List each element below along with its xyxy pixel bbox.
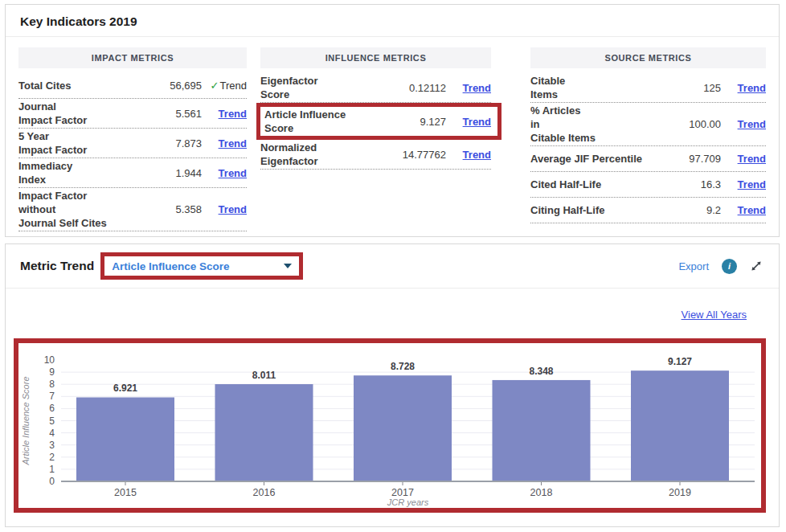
metric-trend-cell: Trend [721,118,766,130]
bar-2019[interactable] [631,370,729,481]
row-average-jif-percentile: Average JIF Percentile 97.709 Trend [530,146,766,172]
metric-value: 5.561 [147,108,202,120]
article-influence-trend-chart: 0123456789106.92120158.01120168.72820178… [18,343,761,508]
x-tick-label: 2017 [391,487,414,498]
y-tick-label: 10 [44,354,55,366]
metric-value: 56,695 [147,80,202,92]
metric-value: 9.2 [666,204,721,216]
metric-select-dropdown[interactable]: Article Influence Score [104,260,299,272]
row-normalized-eigenfactor: Normalized Eigenfactor 14.77762 Trend [260,140,491,170]
x-tick-label: 2015 [114,487,137,498]
row-citable-items: Citable Items 125 Trend [530,73,766,103]
metric-label: Cited Half-Life [530,178,666,191]
metric-value: 97.709 [666,153,721,165]
trend-link[interactable]: Trend [738,82,766,94]
metric-select-value: Article Influence Score [112,260,284,272]
metric-label: Eigenfactor Score [260,74,391,101]
trend-link[interactable]: Trend [738,204,766,216]
x-axis-label: JCR years [387,497,429,507]
trend-link[interactable]: Trend [463,82,491,94]
trend-current-label: Trend [220,80,247,92]
annotation-box-article-influence: Article Influence Score 9.127 Trend [256,103,501,140]
influence-metrics-panel: INFLUENCE METRICS Eigenfactor Score 0.12… [260,47,491,231]
trend-link[interactable]: Trend [463,116,491,128]
x-tick-label: 2019 [669,487,691,498]
row-pct-articles-citable: % Articles in Citable Items 100.00 Trend [530,103,766,146]
metric-label: Citable Items [530,74,666,101]
jcr-key-indicators-page: Key Indicators 2019 IMPACT METRICS Total… [0,0,786,532]
trend-link[interactable]: Trend [219,167,247,179]
bar-2016[interactable] [215,384,313,481]
metric-trend-cell: Trend [721,204,766,216]
metric-value: 5.358 [147,203,202,215]
metric-value: 1.944 [147,167,202,179]
bar-2017[interactable] [354,375,452,481]
metric-label: Total Cites [18,79,147,92]
x-tick-label: 2016 [253,487,276,498]
key-indicators-card: Key Indicators 2019 IMPACT METRICS Total… [5,4,780,237]
trend-link[interactable]: Trend [219,203,247,215]
view-all-years-link[interactable]: View All Years [682,309,747,321]
metric-label: Normalized Eigenfactor [260,141,391,168]
y-tick-label: 4 [49,428,55,439]
source-metrics-header: SOURCE METRICS [530,47,766,68]
y-tick-label: 2 [49,452,55,463]
y-tick-label: 0 [49,476,55,487]
check-icon: ✓ [211,80,219,92]
influence-metrics-header: INFLUENCE METRICS [260,47,491,68]
y-tick-label: 3 [49,440,55,451]
bar-2018[interactable] [493,380,591,481]
row-cited-half-life: Cited Half-Life 16.3 Trend [530,172,766,198]
trend-link[interactable]: Trend [219,137,247,149]
metric-label: Impact Factor without Journal Self Cites [18,189,147,230]
y-tick-label: 5 [49,415,55,427]
y-tick-label: 1 [49,464,55,475]
impact-metrics-panel: IMPACT METRICS Total Cites 56,695 ✓Trend… [18,47,247,231]
metric-label: 5 Year Impact Factor [18,129,147,157]
metric-label: Citing Half-Life [530,203,666,217]
y-tick-label: 9 [49,366,55,378]
y-tick-label: 8 [49,379,55,390]
row-total-cites: Total Cites 56,695 ✓Trend [18,73,247,99]
row-impact-factor-without-self-cites: Impact Factor without Journal Self Cites… [18,188,247,231]
row-citing-half-life: Citing Half-Life 9.2 Trend [530,198,766,223]
bar-value-label: 6.921 [113,383,137,394]
metric-label: Immediacy Index [18,159,147,186]
export-button[interactable]: Export [678,260,709,272]
trend-link[interactable]: Trend [463,149,491,161]
trend-link[interactable]: Trend [219,108,247,120]
metric-trend-cell: Trend [446,149,491,161]
metric-label: % Articles in Citable Items [530,104,666,145]
metric-trend-header: Metric Trend Article Influence Score Exp… [6,244,779,289]
y-tick-label: 7 [49,391,55,402]
metric-value: 16.3 [666,178,721,190]
metric-trend-cell: Trend [446,116,491,128]
y-tick-label: 6 [49,403,55,414]
metric-label: Average JIF Percentile [530,152,666,166]
row-5-year-impact-factor: 5 Year Impact Factor 7.873 Trend [18,129,247,158]
metric-trend-cell: ✓Trend [202,80,247,92]
metric-trend-cell: Trend [721,153,766,165]
trend-link[interactable]: Trend [738,153,766,165]
bar-2015[interactable] [76,397,174,481]
trend-link[interactable]: Trend [738,118,766,130]
bar-value-label: 8.011 [252,370,276,381]
trend-link[interactable]: Trend [738,178,766,190]
metric-value: 125 [666,82,721,94]
row-immediacy-index: Immediacy Index 1.944 Trend [18,158,247,188]
bar-value-label: 8.348 [529,366,553,377]
metric-value: 9.127 [391,116,446,128]
annotation-box-chart: 0123456789106.92120158.01120168.72820178… [14,338,766,513]
info-icon[interactable]: i [722,259,737,274]
row-article-influence-score: Article Influence Score 9.127 Trend [264,107,491,136]
impact-metrics-header: IMPACT METRICS [18,47,247,68]
metric-label: Journal Impact Factor [18,100,147,127]
metric-trend-cell: Trend [202,167,247,179]
x-tick-label: 2018 [530,487,553,498]
row-eigenfactor-score: Eigenfactor Score 0.12112 Trend [260,73,491,103]
expand-icon[interactable] [750,260,763,272]
metric-trend-cell: Trend [721,82,766,94]
y-axis-label: Article Influence Score [21,376,31,465]
metric-trend-cell: Trend [202,108,247,120]
chevron-down-icon [284,264,292,268]
